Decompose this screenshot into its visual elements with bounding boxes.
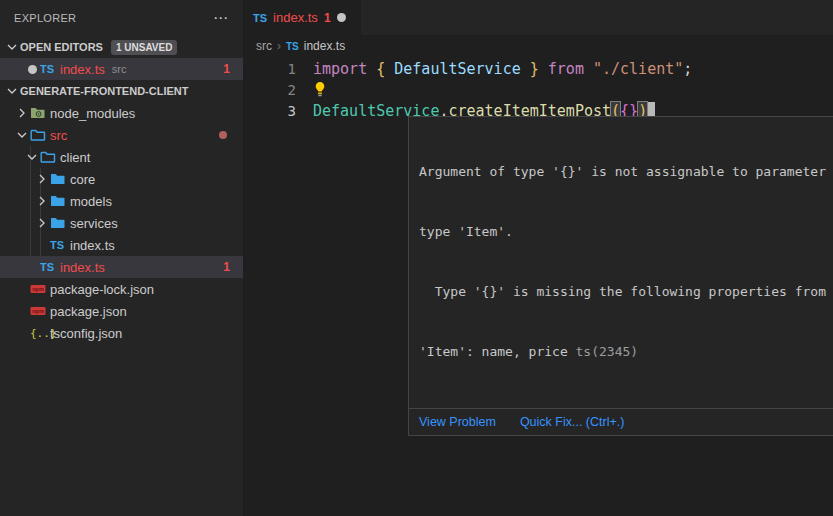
error-message-line: Argument of type '{}' is not assignable … [419, 162, 833, 182]
chevron-right-icon [14, 105, 30, 121]
line-number: 1 [243, 61, 296, 77]
tree-item-label: core [70, 172, 95, 187]
brace-close: } [530, 60, 548, 78]
line-number: 2 [243, 82, 296, 98]
svg-text:npm: npm [32, 286, 44, 292]
breadcrumb-separator-icon: › [277, 39, 281, 53]
workspace-label: GENERATE-FRONTEND-CLIENT [20, 85, 188, 97]
more-actions-icon[interactable]: ⋯ [213, 9, 229, 27]
chevron-down-icon [24, 149, 40, 165]
open-editors-section-header[interactable]: OPEN EDITORS 1 UNSAVED [0, 36, 243, 58]
dirty-dot-icon[interactable] [337, 13, 346, 22]
modified-dot-badge [219, 131, 227, 139]
breadcrumb-folder[interactable]: src [256, 39, 272, 53]
open-editor-file-label: index.ts [60, 62, 105, 77]
tab-label: index.ts [273, 10, 318, 25]
npm-file-icon: npm [30, 281, 50, 297]
chevron-down-icon [4, 83, 20, 99]
lightbulb-icon[interactable] [313, 45, 385, 134]
node-modules-folder-icon [30, 105, 50, 121]
semicolon: ; [683, 60, 692, 78]
workspace-section-header[interactable]: GENERATE-FRONTEND-CLIENT [0, 80, 243, 102]
tree-item-models[interactable]: models [0, 190, 243, 212]
error-hover-tooltip: Argument of type '{}' is not assignable … [408, 116, 833, 436]
explorer-header: EXPLORER ⋯ [0, 0, 243, 36]
tree-item-client-index-ts[interactable]: TS index.ts [0, 234, 243, 256]
open-editor-file-description: src [112, 63, 127, 75]
tab-index-ts[interactable]: TS index.ts 1 [243, 0, 361, 35]
npm-file-icon: npm [30, 303, 50, 319]
tree-item-label: src [50, 128, 67, 143]
hover-action-bar: View Problem Quick Fix... (Ctrl+.) [409, 408, 833, 435]
error-count-badge: 1 [223, 260, 230, 274]
tree-item-label: services [70, 216, 118, 231]
folder-icon [50, 215, 70, 231]
file-tree: node_modules src client [0, 102, 243, 344]
open-folder-icon [40, 149, 60, 165]
explorer-title: EXPLORER [14, 12, 76, 24]
quick-fix-link[interactable]: Quick Fix... (Ctrl+.) [520, 415, 625, 429]
tree-item-core[interactable]: core [0, 168, 243, 190]
tree-item-label: node_modules [50, 106, 135, 121]
unsaved-badge: 1 UNSAVED [111, 40, 178, 55]
dirty-dot-icon[interactable] [24, 65, 40, 74]
keyword-from: from [548, 60, 593, 78]
chevron-down-icon [14, 127, 30, 143]
tree-item-tsconfig-json[interactable]: {..} tsconfig.json [0, 322, 243, 344]
tree-item-package-lock-json[interactable]: npm package-lock.json [0, 278, 243, 300]
tree-item-label: models [70, 194, 112, 209]
chevron-right-icon [34, 171, 50, 187]
folder-icon [50, 171, 70, 187]
error-message: Argument of type '{}' is not assignable … [409, 117, 833, 408]
tree-item-label: client [60, 150, 90, 165]
json-config-icon: {..} [30, 327, 50, 340]
error-message-line: Type '{}' is missing the following prope… [419, 282, 833, 302]
tree-item-label: index.ts [70, 238, 115, 253]
import-binding: DefaultService [394, 60, 529, 78]
tree-item-label: package.json [50, 304, 127, 319]
editor-tab-bar: TS index.ts 1 [243, 0, 833, 35]
svg-text:npm: npm [32, 308, 44, 314]
tree-item-label: index.ts [60, 260, 105, 275]
line-number: 3 [243, 103, 296, 119]
code-line-2: 2 [243, 79, 833, 100]
folder-icon [50, 193, 70, 209]
tree-item-services[interactable]: services [0, 212, 243, 234]
code-editor[interactable]: 1 import { DefaultService } from "./clie… [243, 58, 833, 121]
tree-item-client[interactable]: client [0, 146, 243, 168]
typescript-file-icon: TS [253, 12, 267, 24]
view-problem-link[interactable]: View Problem [419, 415, 496, 429]
typescript-file-icon: TS [50, 239, 70, 251]
error-count-badge: 1 [223, 62, 230, 76]
open-editors-label: OPEN EDITORS [20, 41, 103, 53]
tab-error-count: 1 [324, 11, 331, 25]
error-message-line: 'Item': name, price ts(2345) [419, 342, 833, 362]
open-editor-item-index-ts[interactable]: TS index.ts src 1 [0, 58, 243, 80]
chevron-right-icon [34, 215, 50, 231]
tree-item-package-json[interactable]: npm package.json [0, 300, 243, 322]
chevron-right-icon [34, 193, 50, 209]
tree-item-label: package-lock.json [50, 282, 154, 297]
open-folder-icon [30, 127, 50, 143]
tree-item-label: tsconfig.json [50, 326, 122, 341]
error-code-ref: ts(2345) [568, 344, 638, 359]
tree-item-node-modules[interactable]: node_modules [0, 102, 243, 124]
tree-item-src-index-ts[interactable]: TS index.ts 1 [0, 256, 243, 278]
module-string: "./client" [593, 60, 683, 78]
typescript-file-icon: TS [40, 261, 60, 273]
error-message-line: type 'Item'. [419, 222, 833, 242]
explorer-sidebar: EXPLORER ⋯ OPEN EDITORS 1 UNSAVED TS ind… [0, 0, 243, 516]
typescript-file-icon: TS [40, 63, 60, 75]
chevron-down-icon [4, 39, 20, 55]
tree-item-src[interactable]: src [0, 124, 243, 146]
